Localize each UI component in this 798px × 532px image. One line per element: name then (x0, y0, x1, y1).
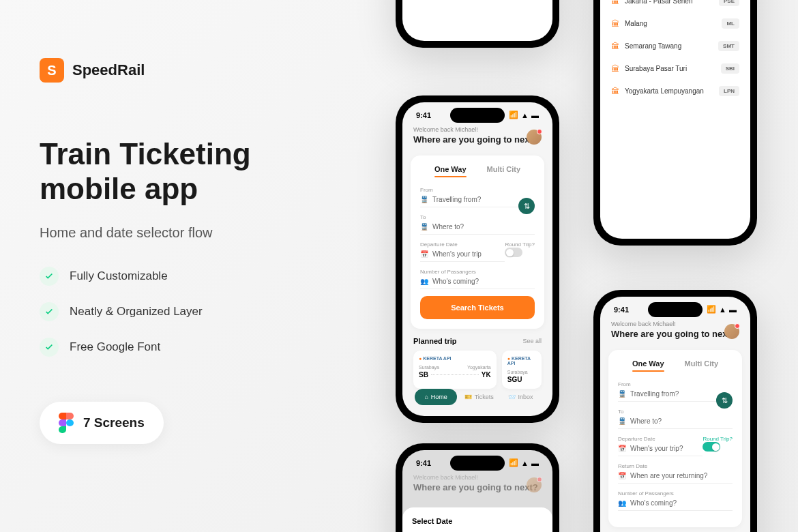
to-placeholder: Where to? (432, 223, 464, 231)
destination-row[interactable]: 🏛MalangML (611, 12, 739, 35)
phone-mockup-roundtrip: 9:41 📶▲▬ Welcome back Michael! Where are… (593, 290, 757, 532)
building-icon: 🏛 (611, 19, 619, 29)
brand-logo: S SpeedRail (40, 58, 367, 83)
roundtrip-label: Round Trip? (703, 436, 733, 442)
train-icon: 🚆 (618, 417, 626, 425)
building-icon: 🏛 (611, 64, 619, 74)
to-label: To (420, 214, 535, 220)
home-icon: ⌂ (424, 394, 428, 400)
destination-row[interactable]: 🏛Yogyakarta LempuyanganLPN (611, 80, 739, 102)
nav-home[interactable]: ⌂Home (415, 389, 456, 405)
see-all-link[interactable]: See all (522, 338, 542, 344)
return-field[interactable]: Return Date 📅When are your returning? (618, 463, 733, 484)
status-time: 9:41 (416, 459, 431, 467)
status-time: 9:41 (614, 306, 629, 314)
notch (450, 456, 505, 471)
tab-multi-city[interactable]: Multi City (685, 359, 719, 372)
station-code: ML (722, 18, 739, 29)
signal-icon: 📶 (509, 110, 518, 119)
passengers-field[interactable]: Number of Passangers 👥Who's coming? (420, 269, 535, 289)
carrier-logo: ● KERETA API (419, 356, 491, 361)
passengers-placeholder: Who's coming? (432, 278, 479, 285)
battery-icon: ▬ (531, 111, 539, 119)
phone-mockup-home: 9:41 📶 ▲ ▬ Welcome back Michael! Where a… (396, 95, 559, 423)
phone-mockup-multicity: + Add more trips Search Tickets (396, 0, 559, 48)
station-code: LPN (719, 86, 739, 96)
roundtrip-label: Round Trip? (505, 241, 535, 248)
from-field[interactable]: From 🚆Travelling from? (618, 381, 733, 402)
brand-name: SpeedRail (72, 61, 145, 79)
departure-field[interactable]: Departure Date 📅When's your trip? (618, 436, 703, 456)
roundtrip-toggle[interactable] (703, 442, 720, 452)
feature-item: Free Google Font (40, 338, 367, 357)
phone-mockup-datepicker: 9:41 📶▲▬ Welcome back Michael! Where are… (396, 443, 559, 532)
status-icons: 📶 ▲ ▬ (509, 110, 539, 119)
notch (648, 302, 703, 317)
feature-text: Fully Customizable (70, 269, 168, 283)
building-icon: 🏛 (611, 0, 619, 6)
destination-row[interactable]: 🏛Jakarta - Pasar SenenPSE (611, 0, 739, 12)
planned-header: Planned trip See all (402, 337, 552, 345)
station-code: PSE (719, 0, 739, 6)
promo-panel: S SpeedRail Train Ticketingmobile app Ho… (40, 58, 367, 444)
bottom-nav: ⌂Home 🎫Tickets 📨Inbox (411, 385, 544, 409)
avatar[interactable] (527, 477, 542, 492)
search-card: One Way Multi City From 🚆Travelling from… (608, 350, 742, 527)
wifi-icon: ▲ (521, 111, 529, 119)
status-time: 9:41 (416, 111, 431, 119)
avatar[interactable] (724, 324, 739, 339)
to-field[interactable]: To 🚆Where to? (618, 409, 733, 429)
hero-title: Train Ticketingmobile app (40, 137, 367, 206)
train-icon: 🚆 (420, 222, 428, 231)
tab-one-way[interactable]: One Way (632, 359, 664, 372)
hero-subtitle: Home and date selector flow (40, 225, 367, 241)
trip-type-tabs: One Way Multi City (618, 359, 733, 372)
departure-label: Departure Date (420, 241, 505, 248)
station-code: SMT (718, 41, 739, 51)
users-icon: 👥 (618, 499, 626, 507)
swap-button[interactable]: ⇅ (716, 392, 733, 409)
trip-card[interactable]: ● KERETA API SurabayaYogyakarta SBYK (413, 351, 497, 389)
calendar-icon: 📅 (420, 250, 428, 258)
from-field[interactable]: From 🚆Travelling from? (420, 187, 535, 207)
calendar-icon: 📅 (618, 471, 626, 479)
nav-inbox[interactable]: 📨Inbox (501, 389, 540, 404)
check-icon (40, 338, 59, 357)
destination-row[interactable]: 🏛Semarang TawangSMT (611, 35, 739, 57)
greeting-small: Welcome back Michael! (413, 126, 542, 133)
inbox-icon: 📨 (508, 394, 516, 400)
figma-icon (59, 413, 74, 433)
avatar[interactable] (527, 130, 542, 145)
trip-type-tabs: One Way Multi City (420, 165, 535, 177)
roundtrip-toggle[interactable] (505, 248, 522, 257)
popular-list: 🏛JakartaJKT-A 🏛Jakarta - Pasar SenenPSE … (600, 0, 750, 102)
brand-icon: S (40, 58, 64, 83)
greeting-large: Where are you going to next? (611, 329, 739, 339)
station-code: SBI (721, 63, 739, 74)
nav-tickets[interactable]: 🎫Tickets (458, 389, 501, 404)
users-icon: 👥 (420, 277, 428, 285)
tab-multi-city[interactable]: Multi City (487, 165, 521, 177)
from-placeholder: Travelling from? (432, 196, 481, 203)
departure-field[interactable]: Departure Date 📅When's your trip (420, 241, 505, 262)
greeting-small: Welcome back Michael! (611, 321, 739, 327)
to-field[interactable]: To 🚆Where to? (420, 214, 535, 235)
departure-placeholder: When's your trip (432, 250, 482, 258)
search-card: One Way Multi City From 🚆Travelling from… (411, 156, 544, 329)
feature-text: Neatly & Organized Layer (70, 305, 203, 319)
modal-title: Select Date (412, 517, 543, 525)
ticket-icon: 🎫 (464, 394, 472, 400)
phone-mockup-destinations: 🕐YogyakartaYK 🕐Yogyakarta - BrambananBBN… (593, 0, 757, 246)
destination-row[interactable]: 🏛Surabaya Pasar TuriSBI (611, 57, 739, 80)
search-button[interactable]: Search Tickets (420, 296, 535, 319)
tab-one-way[interactable]: One Way (434, 165, 467, 177)
passengers-field[interactable]: Number of Passangers 👥Who's coming? (618, 490, 733, 511)
calendar-icon: 📅 (618, 444, 626, 452)
swap-button[interactable]: ⇅ (518, 198, 535, 214)
planned-title: Planned trip (413, 337, 457, 345)
from-label: From (420, 187, 535, 193)
building-icon: 🏛 (611, 87, 619, 96)
status-icons: 📶▲▬ (707, 305, 737, 314)
trip-card[interactable]: ● KERETA API Surabaya SGU (502, 351, 542, 389)
carrier-logo: ● KERETA API (507, 356, 536, 366)
